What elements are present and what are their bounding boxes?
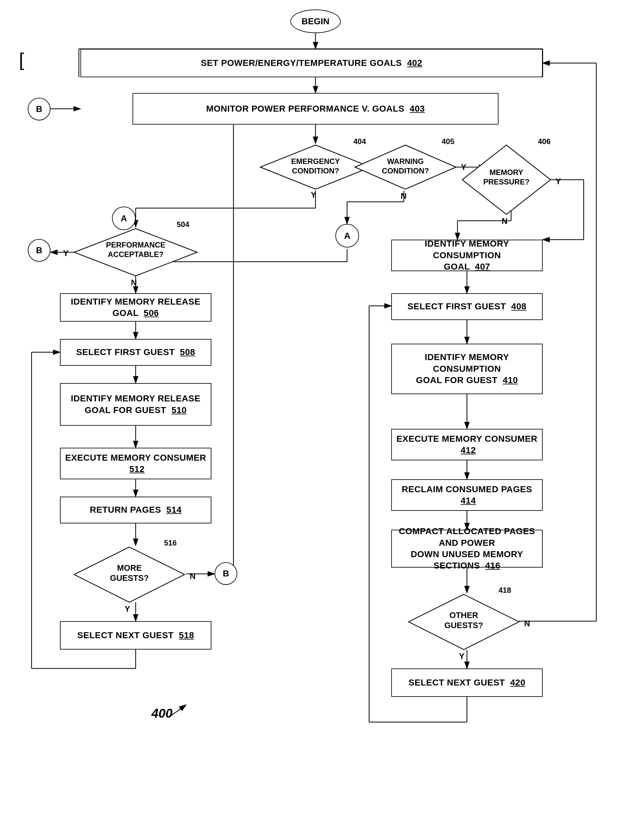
warning-diamond-svg: WARNING CONDITION? xyxy=(353,144,457,191)
a-connector-left: A xyxy=(112,207,136,230)
left-bracket: [ xyxy=(19,49,24,71)
svg-text:EMERGENCY: EMERGENCY xyxy=(291,157,340,166)
svg-text:CONDITION?: CONDITION? xyxy=(382,166,429,175)
identify-release-guest-box: IDENTIFY MEMORY RELEASEGOAL FOR GUEST 51… xyxy=(60,383,211,426)
begin-label: BEGIN xyxy=(302,16,330,27)
svg-line-72 xyxy=(169,705,186,717)
b-connector-more-guests: B xyxy=(215,562,237,585)
identify-consumption-guest-box: IDENTIFY MEMORY CONSUMPTIONGOAL FOR GUES… xyxy=(391,344,542,394)
mp-y-label: Y xyxy=(556,177,561,186)
perf-num: 504 xyxy=(177,220,189,229)
more-guests-svg: MORE GUESTS? xyxy=(73,545,186,604)
other-guests-svg: OTHER GUESTS? xyxy=(407,593,520,651)
other-guests-num: 418 xyxy=(498,586,511,595)
begin-node: BEGIN xyxy=(290,9,341,33)
return-pages-box: RETURN PAGES 514 xyxy=(60,497,211,523)
compact-pages-box: COMPACT ALLOCATED PAGES AND POWERDOWN UN… xyxy=(391,530,542,568)
execute-consumer-512-box: EXECUTE MEMORY CONSUMER 512 xyxy=(60,448,211,479)
svg-text:PRESSURE?: PRESSURE? xyxy=(483,177,530,186)
diagram-number: 400 xyxy=(152,706,172,720)
identify-release-guest-label: IDENTIFY MEMORY RELEASEGOAL FOR GUEST 51… xyxy=(71,393,201,416)
select-first-guest-408-box: SELECT FIRST GUEST 408 xyxy=(391,293,542,320)
identify-release-goal-label: IDENTIFY MEMORY RELEASEGOAL 506 xyxy=(71,296,201,319)
svg-text:WARNING: WARNING xyxy=(387,157,424,166)
b-connector-perf: B xyxy=(28,239,51,262)
other-guests-wrapper: OTHER GUESTS? 418 N Y xyxy=(407,593,520,652)
identify-release-goal-box: IDENTIFY MEMORY RELEASEGOAL 506 xyxy=(60,293,211,322)
b-connector-left: B xyxy=(28,98,51,120)
select-next-guest-518-box: SELECT NEXT GUEST 518 xyxy=(60,621,211,649)
compact-pages-label: COMPACT ALLOCATED PAGES AND POWERDOWN UN… xyxy=(395,526,538,572)
select-next-guest-420-box: SELECT NEXT GUEST 420 xyxy=(391,668,542,697)
identify-consumption-guest-label: IDENTIFY MEMORY CONSUMPTIONGOAL FOR GUES… xyxy=(395,352,538,386)
other-guests-n-label: N xyxy=(524,619,530,628)
perf-n-label: N xyxy=(131,278,137,287)
a-right-label: A xyxy=(344,231,350,241)
more-guests-wrapper: MORE GUESTS? 516 N Y xyxy=(73,545,186,605)
other-guests-y-label: Y xyxy=(459,651,464,661)
a-left-label: A xyxy=(120,213,127,224)
identify-consumption-goal-box: IDENTIFY MEMORY CONSUMPTIONGOAL 407 xyxy=(391,240,542,271)
b-more-label: B xyxy=(223,568,229,579)
more-guests-num: 516 xyxy=(164,538,177,547)
select-first-guest-508-label: SELECT FIRST GUEST 508 xyxy=(76,347,195,358)
memory-pressure-diamond-wrapper: MEMORY PRESSURE? 406 N Y xyxy=(461,144,552,217)
memory-pressure-svg: MEMORY PRESSURE? xyxy=(461,144,552,216)
execute-consumer-512-label: EXECUTE MEMORY CONSUMER 512 xyxy=(64,452,207,475)
b-perf-label: B xyxy=(36,245,42,256)
svg-text:CONDITION?: CONDITION? xyxy=(292,166,339,175)
identify-consumption-goal-label: IDENTIFY MEMORY CONSUMPTIONGOAL 407 xyxy=(395,238,538,272)
set-power-box: SET POWER/ENERGY/TEMPERATURE GOALS 402 xyxy=(81,49,542,77)
execute-consumer-412-label: EXECUTE MEMORY CONSUMER 412 xyxy=(395,433,538,456)
set-power-label: SET POWER/ENERGY/TEMPERATURE GOALS 402 xyxy=(201,57,422,69)
monitor-power-label: MONITOR POWER PERFORMANCE V. GOALS 403 xyxy=(206,103,425,114)
return-pages-label: RETURN PAGES 514 xyxy=(90,504,182,516)
perf-y-label: Y xyxy=(63,248,68,258)
select-first-guest-408-label: SELECT FIRST GUEST 408 xyxy=(407,301,526,312)
svg-text:OTHER: OTHER xyxy=(449,611,478,620)
warning-n-label: N xyxy=(401,191,407,201)
emergency-y-label: Y xyxy=(311,190,316,200)
monitor-power-box: MONITOR POWER PERFORMANCE V. GOALS 403 xyxy=(133,93,498,125)
svg-text:GUESTS?: GUESTS? xyxy=(110,573,149,583)
memory-pressure-num: 406 xyxy=(538,137,550,146)
execute-consumer-412-box: EXECUTE MEMORY CONSUMER 412 xyxy=(391,429,542,460)
more-guests-y-label: Y xyxy=(125,604,130,614)
select-next-guest-518-label: SELECT NEXT GUEST 518 xyxy=(77,630,194,641)
b-left-label: B xyxy=(36,104,42,114)
mp-n-label: N xyxy=(501,216,508,226)
warning-diamond-wrapper: WARNING CONDITION? 405 N Y xyxy=(353,144,457,192)
more-guests-n-label: N xyxy=(190,572,196,581)
warning-num: 405 xyxy=(442,137,454,146)
perf-acceptable-wrapper: PERFORMANCE ACCEPTABLE? 504 Y N xyxy=(73,227,199,279)
diagram-container: BEGIN SET POWER/ENERGY/TEMPERATURE GOALS… xyxy=(0,0,631,840)
svg-text:PERFORMANCE: PERFORMANCE xyxy=(106,241,165,249)
select-next-guest-420-label: SELECT NEXT GUEST 420 xyxy=(408,677,525,688)
svg-text:GUESTS?: GUESTS? xyxy=(444,621,483,630)
reclaim-pages-box: RECLAIM CONSUMED PAGES 414 xyxy=(391,479,542,511)
reclaim-pages-label: RECLAIM CONSUMED PAGES 414 xyxy=(395,484,538,507)
a-connector-right: A xyxy=(335,224,359,248)
svg-text:MEMORY: MEMORY xyxy=(489,168,523,177)
svg-text:MORE: MORE xyxy=(117,563,142,573)
perf-acceptable-svg: PERFORMANCE ACCEPTABLE? xyxy=(73,227,199,278)
select-first-guest-508-box: SELECT FIRST GUEST 508 xyxy=(60,339,211,366)
svg-text:ACCEPTABLE?: ACCEPTABLE? xyxy=(108,250,164,259)
